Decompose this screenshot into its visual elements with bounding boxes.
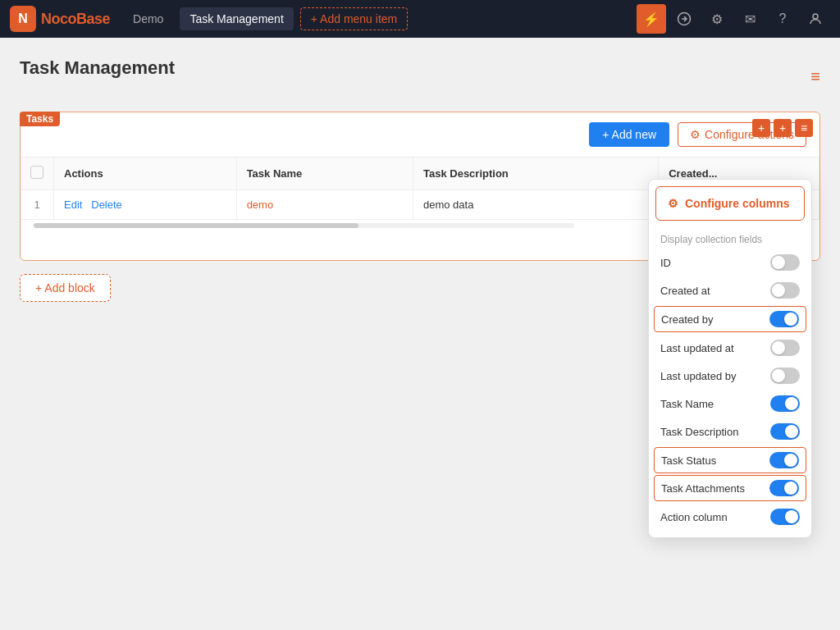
add-new-button[interactable]: + Add new [589, 122, 669, 147]
scrollbar-thumb [34, 223, 358, 228]
logo-icon: N [10, 6, 36, 32]
panel-field-created_at: Created at [649, 276, 811, 304]
logo: N NocoBase [10, 6, 110, 32]
add-block-button[interactable]: + Add block [20, 274, 111, 302]
toggle-task_name[interactable] [770, 395, 800, 412]
toggle-knob-task_name [785, 397, 798, 410]
nav-icons: ⚡ ⚙ ✉ ? [637, 4, 830, 34]
field-label-task_attachments: Task Attachments [661, 482, 745, 495]
user-icon-button[interactable] [801, 4, 830, 34]
panel-header: ⚙ Configure columns [655, 186, 805, 221]
logo-text: NocoBase [41, 11, 110, 28]
edit-link[interactable]: Edit [64, 199, 82, 211]
panel-section-label: Display collection fields [649, 227, 811, 249]
field-label-last_updated_by: Last updated by [660, 370, 737, 382]
toggle-created_by[interactable] [769, 311, 799, 327]
toggle-task_attachments[interactable] [769, 480, 799, 496]
panel-field-last_updated_at: Last updated at [649, 334, 811, 362]
configure-columns-panel: ⚙ Configure columns Display collection f… [648, 179, 812, 538]
scrollbar-track[interactable] [34, 223, 574, 228]
row-id: 1 [21, 190, 54, 220]
col-task-description-header: Task Description [413, 158, 658, 190]
logo-text-part1: Noco [41, 11, 76, 27]
select-all-checkbox[interactable] [30, 166, 43, 179]
toggle-knob-created_by [784, 313, 797, 326]
toggle-knob-task_description [785, 425, 798, 438]
tbc-menu-btn[interactable]: ≡ [795, 119, 813, 137]
gear-icon: ⚙ [690, 128, 701, 141]
panel-field-created_by: Created by [654, 306, 806, 332]
field-label-id: ID [660, 257, 671, 269]
row-task-name: demo [236, 190, 413, 220]
nav-item-demo[interactable]: Demo [123, 7, 173, 30]
col-actions-header: Actions [54, 158, 237, 190]
add-menu-item-button[interactable]: + Add menu item [300, 7, 408, 30]
toggle-task_description[interactable] [770, 423, 800, 440]
toggle-task_status[interactable] [769, 452, 799, 468]
panel-field-action_column: Action column [649, 503, 811, 531]
logo-text-part2: Base [76, 11, 110, 27]
toggle-knob-task_status [784, 454, 797, 467]
tbc-add2-btn[interactable]: + [774, 119, 792, 137]
panel-field-task_description: Task Description [649, 418, 811, 445]
table-block-controls: + + ≡ [752, 119, 813, 137]
page-title: Task Management [20, 57, 175, 79]
page-menu-icon[interactable]: ≡ [810, 67, 820, 86]
panel-header-label: Configure columns [685, 197, 790, 210]
panel-gear-icon: ⚙ [668, 197, 678, 210]
col-task-name-header: Task Name [236, 158, 413, 190]
toggle-id[interactable] [770, 254, 800, 271]
settings-icon-button[interactable]: ⚙ [702, 4, 732, 34]
field-label-created_at: Created at [660, 285, 710, 297]
toggle-knob-last_updated_at [772, 341, 785, 354]
lightning-icon-button[interactable]: ⚡ [637, 4, 666, 34]
rocket-icon-button[interactable] [669, 4, 699, 34]
nav-item-task-management[interactable]: Task Management [180, 7, 293, 30]
svg-point-0 [813, 14, 818, 19]
panel-field-task_attachments: Task Attachments [654, 475, 806, 501]
panel-field-id: ID [649, 249, 811, 276]
toggle-created_at[interactable] [770, 282, 800, 299]
field-label-task_name: Task Name [660, 398, 714, 410]
field-label-last_updated_at: Last updated at [660, 342, 734, 354]
mail-icon-button[interactable]: ✉ [735, 4, 765, 34]
toggle-knob-task_attachments [784, 482, 797, 495]
toggle-last_updated_by[interactable] [770, 368, 800, 384]
panel-field-last_updated_by: Last updated by [649, 362, 811, 390]
table-actions-bar: + Add new ⚙ Configure actions [21, 112, 819, 158]
toggle-knob-action_column [785, 510, 798, 523]
panel-field-task_name: Task Name [649, 390, 811, 418]
row-actions: Edit Delete [54, 190, 237, 220]
panel-field-task_status: Task Status [654, 447, 806, 473]
fields-container: IDCreated atCreated byLast updated atLas… [649, 249, 811, 531]
field-label-task_status: Task Status [661, 454, 716, 467]
toggle-knob-id [772, 256, 785, 269]
toggle-knob-created_at [772, 284, 785, 297]
task-name-link[interactable]: demo [247, 199, 274, 211]
field-label-action_column: Action column [660, 511, 728, 523]
topnav: N NocoBase Demo Task Management + Add me… [0, 0, 840, 38]
col-checkbox [21, 158, 54, 190]
row-task-description: demo data [413, 190, 658, 220]
field-label-created_by: Created by [661, 313, 714, 326]
toggle-last_updated_at[interactable] [770, 340, 800, 356]
help-icon-button[interactable]: ? [768, 4, 797, 34]
delete-link[interactable]: Delete [91, 199, 122, 211]
toggle-action_column[interactable] [770, 509, 800, 525]
tbc-add-btn[interactable]: + [752, 119, 770, 137]
field-label-task_description: Task Description [660, 426, 738, 438]
table-block-label: Tasks [20, 112, 60, 126]
toggle-knob-last_updated_by [772, 369, 785, 382]
